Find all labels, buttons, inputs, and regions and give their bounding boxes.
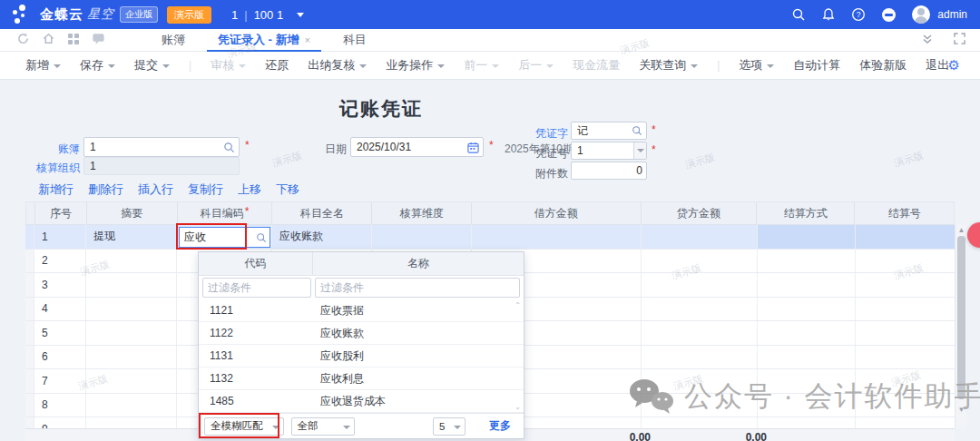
org-context-switcher[interactable]: 1 | 100 1 <box>231 8 304 22</box>
row-gutter[interactable] <box>25 321 34 345</box>
apps-grid-icon[interactable] <box>67 33 80 48</box>
credit-cell[interactable] <box>642 273 758 297</box>
grid-column-header[interactable]: 核算维度 <box>372 202 472 224</box>
account-option-1121[interactable]: 1121应收票据 <box>199 299 524 322</box>
account-option-1132[interactable]: 1132应收利息 <box>199 368 524 390</box>
row-gutter[interactable] <box>25 225 34 249</box>
settle-method-cell[interactable] <box>758 298 856 321</box>
help-icon[interactable]: ? <box>851 7 866 22</box>
toolbar-button[interactable]: 体验新版 <box>859 57 906 74</box>
toolbar-button[interactable]: 出纳复核 <box>308 57 367 74</box>
tab-3[interactable]: 科目 <box>327 29 383 52</box>
credit-cell[interactable] <box>642 346 758 369</box>
grid-column-header[interactable]: 摘要 <box>87 202 178 224</box>
scrollbar-thumb[interactable] <box>957 236 965 399</box>
collapse-double-chevron-icon[interactable] <box>921 33 934 48</box>
summary-cell[interactable] <box>86 273 177 297</box>
seq-cell[interactable]: 4 <box>34 298 86 321</box>
voucher-word-label[interactable]: 凭证字 <box>532 126 568 142</box>
voucher-word-input[interactable]: 记 <box>571 122 647 140</box>
toolbar-button[interactable]: 新增 <box>25 57 61 74</box>
settle-no-cell[interactable] <box>856 225 955 249</box>
name-filter-input[interactable] <box>315 278 520 298</box>
account-option-1485[interactable]: 1485应收退货成本 <box>199 390 524 413</box>
settle-method-cell[interactable] <box>758 273 856 297</box>
settle-method-cell[interactable] <box>758 346 856 369</box>
grid-row-1[interactable]: 1提现应收账款 <box>25 225 955 250</box>
account-option-1131[interactable]: 1131应收股利 <box>199 345 524 368</box>
settle-no-cell[interactable] <box>856 298 955 321</box>
settle-method-cell[interactable] <box>758 225 856 249</box>
row-action-link[interactable]: 新增行 <box>38 181 74 198</box>
tab-1[interactable]: 账簿 <box>145 29 201 52</box>
tab-2[interactable]: 凭证录入 - 新增× <box>201 29 327 52</box>
user-avatar[interactable] <box>912 5 930 24</box>
toolbar-button[interactable]: 退出 <box>926 57 949 74</box>
toolbar-button[interactable]: 保存 <box>80 57 115 74</box>
row-gutter[interactable] <box>25 250 34 273</box>
row-gutter[interactable] <box>25 273 34 297</box>
credit-cell[interactable] <box>642 321 758 345</box>
seq-cell[interactable]: 8 <box>34 394 86 417</box>
seq-cell[interactable]: 3 <box>34 273 86 297</box>
book-input[interactable]: 1 <box>83 137 240 157</box>
accounting-org-label[interactable]: 核算组织 <box>25 161 80 176</box>
message-icon[interactable] <box>92 32 105 48</box>
home-icon[interactable] <box>42 32 55 48</box>
row-action-link[interactable]: 上移 <box>238 181 261 198</box>
settle-method-cell[interactable] <box>758 250 856 273</box>
page-size-select[interactable]: 5 <box>433 417 466 436</box>
credit-cell[interactable] <box>642 225 758 249</box>
debit-cell[interactable] <box>472 225 642 249</box>
floating-demo-badge[interactable] <box>967 222 980 248</box>
toolbar-button[interactable]: 选项 <box>739 57 774 74</box>
more-link[interactable]: 更多 <box>489 418 511 434</box>
grid-column-header[interactable]: 结算号 <box>855 202 954 224</box>
seq-cell[interactable]: 5 <box>34 321 86 345</box>
search-icon[interactable] <box>791 7 806 22</box>
book-label[interactable]: 账簿 <box>27 142 80 157</box>
seq-cell[interactable]: 6 <box>34 346 86 369</box>
summary-cell[interactable] <box>86 298 177 321</box>
attachments-input[interactable]: 0 <box>571 162 647 180</box>
settle-method-cell[interactable] <box>758 321 856 345</box>
grid-column-header[interactable]: 贷方金额 <box>642 202 758 224</box>
row-gutter[interactable] <box>25 394 34 417</box>
sync-icon[interactable] <box>16 32 30 48</box>
toolbar-settings-gear-icon[interactable]: ⚙ <box>948 57 960 74</box>
summary-cell[interactable]: 提现 <box>86 225 177 249</box>
lookup-magnifier-icon[interactable] <box>256 232 267 243</box>
toolbar-button[interactable]: 关联查询 <box>639 57 698 74</box>
notification-bell-icon[interactable] <box>821 7 836 22</box>
do-not-disturb-icon[interactable] <box>881 7 897 23</box>
toolbar-button[interactable]: 还原 <box>265 57 289 74</box>
voucher-no-input[interactable]: 1 <box>571 142 647 160</box>
list-scroll-down-icon[interactable]: ⌄ <box>514 403 521 411</box>
lookup-magnifier-icon[interactable] <box>632 125 642 136</box>
voucher-no-dropdown-button[interactable] <box>633 142 646 159</box>
fullscreen-icon[interactable] <box>954 33 965 47</box>
row-action-link[interactable]: 插入行 <box>138 181 173 198</box>
settle-no-cell[interactable] <box>856 321 955 345</box>
grid-column-header[interactable]: 序号 <box>35 202 87 224</box>
user-name[interactable]: admin <box>937 8 967 21</box>
date-input[interactable]: 2025/10/31 <box>350 137 484 157</box>
dimension-cell[interactable] <box>372 225 472 249</box>
credit-cell[interactable] <box>642 298 758 321</box>
toolbar-button[interactable]: 自动计算 <box>793 57 840 74</box>
summary-cell[interactable] <box>86 346 177 369</box>
row-action-link[interactable]: 下移 <box>276 181 299 198</box>
grid-column-header[interactable]: 科目全名 <box>272 202 372 224</box>
seq-cell[interactable]: 2 <box>34 250 86 273</box>
row-gutter[interactable] <box>25 346 34 369</box>
row-action-link[interactable]: 删除行 <box>88 181 123 198</box>
row-gutter[interactable] <box>25 369 34 393</box>
account-name-cell[interactable]: 应收账款 <box>272 225 372 249</box>
summary-cell[interactable] <box>86 321 177 345</box>
row-gutter[interactable] <box>25 298 34 321</box>
account-option-1122[interactable]: 1122应收账款 <box>199 322 524 345</box>
grid-column-header[interactable]: 借方金额 <box>472 202 642 224</box>
calendar-icon[interactable] <box>467 142 479 153</box>
tab-close-icon[interactable]: × <box>305 34 310 45</box>
grid-column-header[interactable]: 结算方式 <box>757 202 855 224</box>
